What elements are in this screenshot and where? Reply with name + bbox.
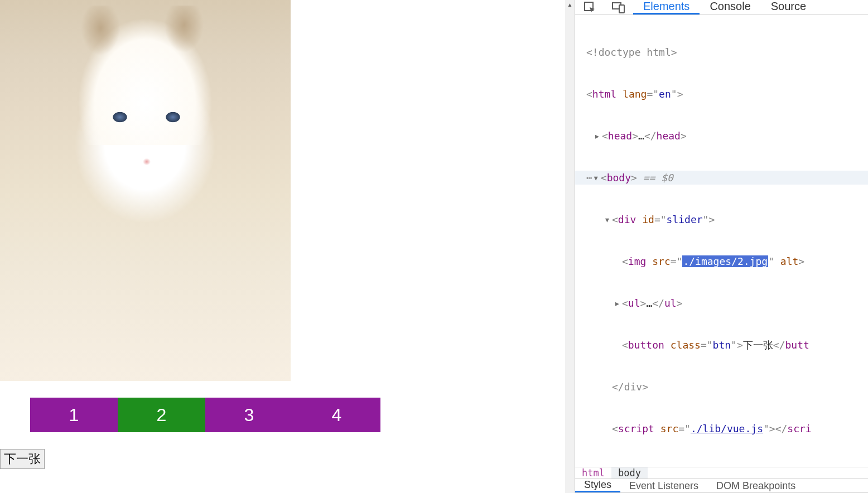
element-picker-icon[interactable] bbox=[575, 0, 604, 14]
dom-breadcrumb: html body bbox=[575, 467, 868, 479]
dom-node-slider-div[interactable]: ▾<div id="slider"> bbox=[575, 212, 868, 226]
scrollbar-arrow-up-icon[interactable]: ▲ bbox=[565, 0, 575, 9]
dom-node-html[interactable]: <html lang="en"> bbox=[575, 87, 868, 101]
devtools-panel: Elements Console Source <!doctype html> … bbox=[575, 0, 868, 493]
pagination-item-3[interactable]: 3 bbox=[205, 398, 293, 432]
dom-node-div-close[interactable]: </div> bbox=[575, 380, 868, 394]
svg-rect-2 bbox=[619, 5, 624, 13]
tab-elements[interactable]: Elements bbox=[633, 0, 700, 14]
slider-image bbox=[0, 0, 291, 381]
tab-event-listeners[interactable]: Event Listeners bbox=[620, 479, 707, 492]
dom-node-head[interactable]: ▸<head>…</head> bbox=[575, 129, 868, 143]
next-image-button[interactable]: 下一张 bbox=[0, 449, 45, 469]
tab-styles[interactable]: Styles bbox=[575, 479, 620, 492]
slider-pagination: 1 2 3 4 bbox=[30, 398, 575, 432]
tab-dom-breakpoints[interactable]: DOM Breakpoints bbox=[707, 479, 804, 492]
breadcrumb-html[interactable]: html bbox=[575, 467, 611, 478]
pagination-item-4[interactable]: 4 bbox=[293, 398, 380, 432]
tab-console[interactable]: Console bbox=[700, 0, 760, 14]
devtools-tab-bar: Elements Console Source bbox=[575, 0, 868, 15]
page-vertical-scrollbar[interactable]: ▲ bbox=[565, 0, 575, 493]
dom-doctype: <!doctype html> bbox=[586, 46, 677, 58]
pagination-item-1[interactable]: 1 bbox=[30, 398, 118, 432]
dom-node-img[interactable]: <img src="./images/2.jpg" alt> bbox=[575, 254, 868, 268]
dom-tree[interactable]: <!doctype html> <html lang="en"> ▸<head>… bbox=[575, 15, 868, 467]
pagination-item-2[interactable]: 2 bbox=[118, 398, 205, 432]
dom-node-button[interactable]: <button class="btn">下一张</butt bbox=[575, 338, 868, 352]
tab-sources[interactable]: Source bbox=[761, 0, 816, 14]
dom-node-ul[interactable]: ▸<ul>…</ul> bbox=[575, 296, 868, 310]
page-preview: 1 2 3 4 下一张 ▲ bbox=[0, 0, 575, 493]
dom-node-body[interactable]: ⋯▾<body> == $0 bbox=[575, 171, 868, 185]
device-toggle-icon[interactable] bbox=[604, 0, 633, 14]
dom-node-script[interactable]: <script src="./lib/vue.js"></scri bbox=[575, 422, 868, 436]
styles-tab-bar: Styles Event Listeners DOM Breakpoints bbox=[575, 479, 868, 493]
breadcrumb-body[interactable]: body bbox=[611, 467, 648, 478]
